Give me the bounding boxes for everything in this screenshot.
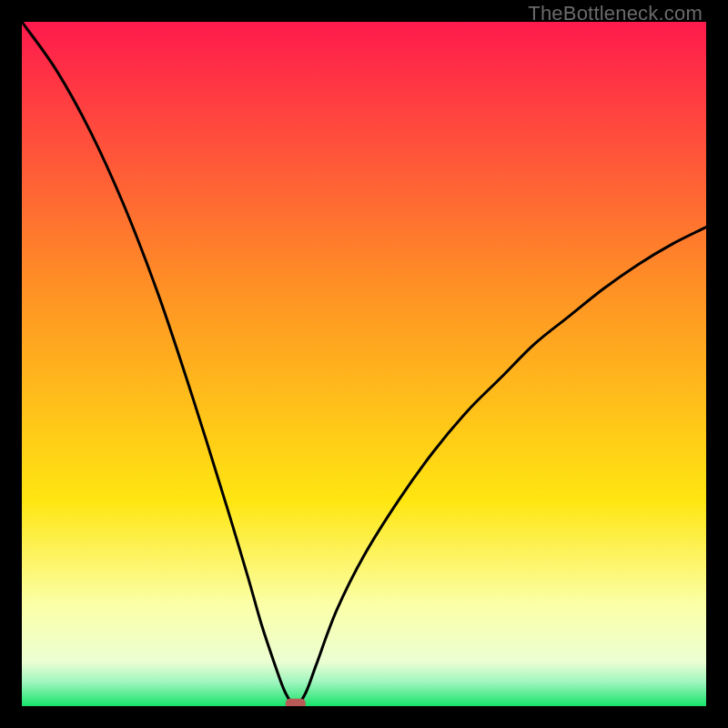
gradient-background <box>22 22 706 706</box>
bottleneck-chart <box>22 22 706 706</box>
optimal-point-marker <box>286 699 306 706</box>
chart-frame <box>22 22 706 706</box>
